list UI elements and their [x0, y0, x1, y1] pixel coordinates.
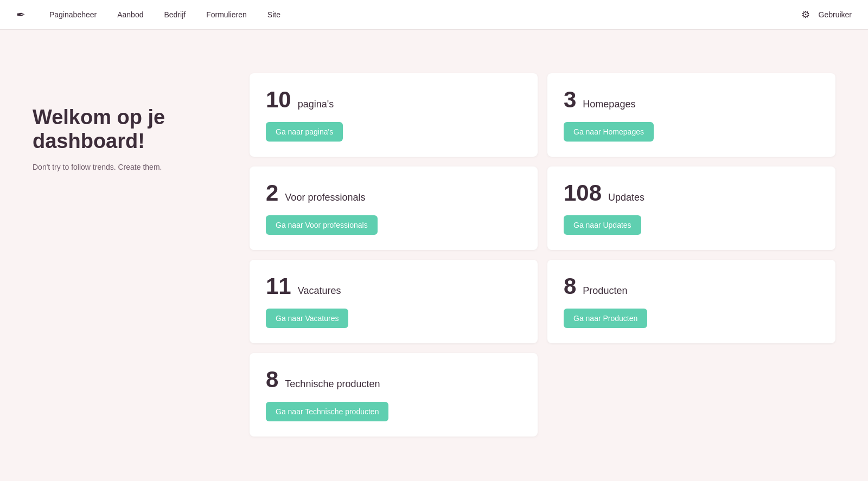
card-header-updates: 108 Updates — [564, 182, 819, 204]
left-panel: Welkom op je dashboard! Don't try to fol… — [33, 73, 228, 437]
card-count-paginas: 10 — [266, 88, 291, 111]
navbar: ✒ Paginabeheer Aanbod Bedrijf Formuliere… — [0, 0, 868, 30]
dashboard-card-producten: 8 Producten Ga naar Producten — [547, 260, 835, 343]
nav-links: Paginabeheer Aanbod Bedrijf Formulieren … — [42, 6, 801, 23]
logo-icon[interactable]: ✒ — [16, 8, 25, 21]
card-label-paginas: pagina's — [298, 99, 334, 110]
card-count-homepages: 3 — [564, 88, 576, 111]
card-count-updates: 108 — [564, 182, 602, 204]
card-header-homepages: 3 Homepages — [564, 88, 819, 111]
user-menu[interactable]: Gebruiker — [819, 10, 852, 19]
card-count-vacatures: 11 — [266, 275, 291, 298]
dashboard-card-updates: 108 Updates Ga naar Updates — [547, 166, 835, 250]
card-count-producten: 8 — [564, 275, 576, 298]
main-content: Welkom op je dashboard! Don't try to fol… — [0, 30, 868, 480]
card-label-homepages: Homepages — [583, 99, 635, 110]
nav-site[interactable]: Site — [260, 6, 288, 23]
card-header-paginas: 10 pagina's — [266, 88, 521, 111]
card-button-voor-professionals[interactable]: Ga naar Voor professionals — [266, 215, 378, 235]
card-label-voor-professionals: Voor professionals — [285, 192, 365, 203]
card-button-producten[interactable]: Ga naar Producten — [564, 309, 647, 328]
card-label-updates: Updates — [608, 192, 644, 203]
card-header-voor-professionals: 2 Voor professionals — [266, 182, 521, 204]
settings-icon[interactable]: ⚙ — [801, 9, 810, 21]
dashboard-card-paginas: 10 pagina's Ga naar pagina's — [250, 73, 538, 157]
nav-aanbod[interactable]: Aanbod — [110, 6, 151, 23]
nav-paginabeheer[interactable]: Paginabeheer — [42, 6, 104, 23]
dashboard-card-homepages: 3 Homepages Ga naar Homepages — [547, 73, 835, 157]
card-button-updates[interactable]: Ga naar Updates — [564, 215, 641, 235]
card-button-technische-producten[interactable]: Ga naar Technische producten — [266, 402, 388, 421]
card-header-technische-producten: 8 Technische producten — [266, 368, 521, 391]
card-count-technische-producten: 8 — [266, 368, 278, 391]
card-count-voor-professionals: 2 — [266, 182, 278, 204]
welcome-title: Welkom op je dashboard! — [33, 106, 228, 153]
dashboard-card-vacatures: 11 Vacatures Ga naar Vacatures — [250, 260, 538, 343]
nav-right: ⚙ Gebruiker — [801, 9, 852, 21]
card-button-homepages[interactable]: Ga naar Homepages — [564, 122, 654, 142]
card-header-vacatures: 11 Vacatures — [266, 275, 521, 298]
card-label-technische-producten: Technische producten — [285, 379, 380, 390]
dashboard-grid: 10 pagina's Ga naar pagina's 3 Homepages… — [250, 73, 835, 437]
card-label-vacatures: Vacatures — [298, 285, 341, 297]
card-header-producten: 8 Producten — [564, 275, 819, 298]
card-label-producten: Producten — [583, 285, 627, 297]
card-button-vacatures[interactable]: Ga naar Vacatures — [266, 309, 348, 328]
dashboard-card-voor-professionals: 2 Voor professionals Ga naar Voor profes… — [250, 166, 538, 250]
card-button-paginas[interactable]: Ga naar pagina's — [266, 122, 343, 142]
dashboard-card-technische-producten: 8 Technische producten Ga naar Technisch… — [250, 353, 538, 437]
nav-bedrijf[interactable]: Bedrijf — [156, 6, 193, 23]
nav-formulieren[interactable]: Formulieren — [199, 6, 254, 23]
welcome-subtitle: Don't try to follow trends. Create them. — [33, 163, 228, 171]
